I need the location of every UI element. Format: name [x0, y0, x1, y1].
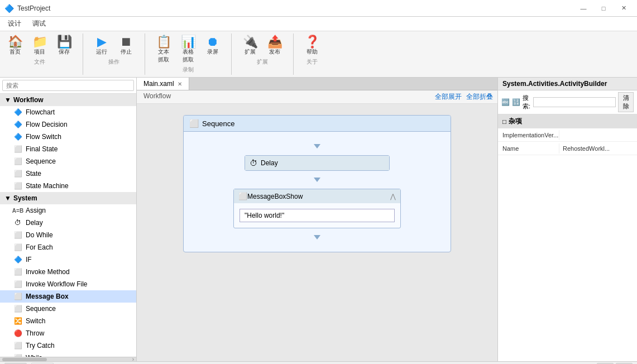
tab-main-xaml[interactable]: Main.xaml ✕: [137, 78, 189, 90]
tree-item-message-box[interactable]: ⬜ Message Box: [0, 290, 136, 303]
toolbar-text-capture-button[interactable]: 📋 文本抓取: [152, 33, 175, 66]
switch-label: Switch: [26, 317, 45, 325]
toolbar-project-button[interactable]: 📁 项目: [28, 33, 51, 58]
tree-item-state-machine[interactable]: ⬜ State Machine: [0, 180, 136, 192]
tree-item-invoke-method[interactable]: ⬜ Invoke Method: [0, 266, 136, 278]
canvas-toolbar: Workflow 全部展开 全部折叠: [137, 90, 497, 104]
tree-group-workflow[interactable]: ▼ Workflow: [0, 94, 136, 106]
tree-item-flow-switch[interactable]: 🔷 Flow Switch: [0, 131, 136, 143]
tree-item-if[interactable]: 🔷 IF: [0, 253, 136, 266]
toolbar-group-operate: ▶ 运行 ⏹ 停止 操作: [87, 31, 141, 77]
while-icon: ⬜: [13, 353, 22, 357]
final-state-icon: ⬜: [13, 145, 22, 154]
toolbar: 🏠 首页 📁 项目 💾 保存 文件 ▶ 运行: [0, 31, 637, 78]
expand-label: 扩展: [245, 48, 256, 56]
try-catch-icon: ⬜: [13, 341, 22, 350]
help-icon: ❓: [305, 36, 320, 48]
app-icon: 🔷: [4, 4, 14, 13]
tree-item-for-each[interactable]: ⬜ For Each: [0, 241, 136, 253]
tree-item-assign[interactable]: A=B Assign: [0, 204, 136, 217]
minimize-button[interactable]: —: [574, 3, 592, 14]
toolbar-group-about: ❓ 帮助 关于: [297, 31, 327, 77]
tree-item-sequence2[interactable]: ⬜ Sequence: [0, 303, 136, 315]
props-header: System.Activities.ActivityBuilder: [498, 78, 637, 90]
toolbar-table-capture-button[interactable]: 📊 表格抓取: [176, 33, 200, 66]
search-input[interactable]: [2, 80, 134, 91]
toolbar-publish-button[interactable]: 📤 发布: [263, 33, 286, 58]
state-machine-icon: ⬜: [13, 181, 22, 190]
toolbar-help-button[interactable]: ❓ 帮助: [300, 33, 324, 58]
msgbox-expand-icon[interactable]: ⋀: [390, 193, 396, 200]
props-sort-icon2[interactable]: 🔢: [512, 98, 520, 106]
horizontal-scrollbar[interactable]: ›: [0, 357, 136, 361]
tree-item-while[interactable]: ⬜ While: [0, 352, 136, 357]
tree-item-delay[interactable]: ⏱ Delay: [0, 217, 136, 229]
svg-marker-2: [314, 235, 320, 240]
stop-icon: ⏹: [120, 36, 132, 48]
for-each-icon: ⬜: [13, 243, 22, 252]
delay-activity[interactable]: ⏱ Delay: [245, 155, 390, 171]
name-val[interactable]: RehostedWorkl...: [559, 143, 637, 154]
tree-item-final-state[interactable]: ⬜ Final State: [0, 143, 136, 155]
tree-container: ▼ Workflow 🔷 Flowchart 🔷 Flow Decision 🔷…: [0, 94, 136, 357]
run-label: 运行: [96, 48, 107, 56]
drop-arrow-1: [312, 137, 323, 155]
tree-item-try-catch[interactable]: ⬜ Try Catch: [0, 339, 136, 352]
toolbar-stop-button[interactable]: ⏹ 停止: [114, 33, 138, 58]
impl-val[interactable]: [559, 133, 637, 137]
props-clear-button[interactable]: 清除: [618, 92, 634, 112]
toolbar-save-button[interactable]: 💾 保存: [52, 33, 76, 58]
about-group-label: 关于: [306, 58, 318, 67]
tree-item-state[interactable]: ⬜ State: [0, 167, 136, 180]
tab-bar: Main.xaml ✕: [137, 78, 497, 90]
props-sort-icon[interactable]: 🔤: [501, 98, 510, 106]
tree-item-throw[interactable]: 🔴 Throw: [0, 327, 136, 339]
menu-debug[interactable]: 调试: [27, 18, 51, 30]
publish-icon: 📤: [267, 36, 282, 48]
sequence-header-label: Sequence: [202, 119, 235, 128]
tab-close-button[interactable]: ✕: [178, 81, 182, 87]
messagebox-content: "Hello world!": [234, 203, 400, 228]
tree-item-invoke-workflow[interactable]: ⬜ Invoke Workflow File: [0, 278, 136, 290]
operate-group-label: 操作: [108, 58, 119, 67]
maximize-button[interactable]: □: [595, 3, 612, 14]
toolbar-expand-button[interactable]: 🔌 扩展: [238, 33, 262, 58]
canvas-area[interactable]: ⬜ Sequence ⏱ Delay: [137, 104, 497, 361]
bottom-bar: 项目 组件 变量 参数 导入 🖐 🔍 ⬜ ⬜: [0, 361, 637, 364]
home-label: 首页: [9, 48, 21, 56]
collapse-all-button[interactable]: 全部折叠: [466, 92, 493, 102]
expand-all-button[interactable]: 全部展开: [435, 92, 462, 102]
svg-marker-1: [314, 178, 320, 182]
run-icon: ▶: [97, 36, 107, 48]
props-search-input[interactable]: [533, 97, 616, 107]
flowchart-icon: 🔷: [13, 108, 22, 117]
delay-icon: ⏱: [13, 218, 22, 227]
toolbar-record-button[interactable]: ⏺ 录屏: [201, 33, 224, 66]
save-label: 保存: [59, 48, 70, 56]
text-capture-label: 文本抓取: [158, 48, 169, 64]
tree-item-flow-decision[interactable]: 🔷 Flow Decision: [0, 118, 136, 131]
toolbar-run-button[interactable]: ▶ 运行: [90, 33, 113, 58]
tree-item-flowchart[interactable]: 🔷 Flowchart: [0, 106, 136, 118]
toolbar-group-expand: 🔌 扩展 📤 发布 扩展: [235, 31, 290, 77]
do-while-icon: ⬜: [13, 231, 22, 240]
center-panel: Main.xaml ✕ Workflow 全部展开 全部折叠 ⬜ Sequenc…: [137, 78, 497, 361]
tree-item-sequence[interactable]: ⬜ Sequence: [0, 155, 136, 167]
messagebox-activity[interactable]: ⬜ MessageBoxShow ⋀ "Hello world!": [233, 189, 401, 228]
menu-design[interactable]: 设计: [2, 18, 27, 30]
tree-item-switch[interactable]: 🔀 Switch: [0, 315, 136, 327]
msgbox-input-display: "Hello world!": [240, 209, 395, 222]
sequence2-icon: ⬜: [13, 304, 22, 313]
toolbar-home-button[interactable]: 🏠 首页: [3, 33, 27, 58]
sequence-body: ⏱ Delay ⬜ MessageBoxShow: [184, 132, 451, 252]
for-each-label: For Each: [26, 243, 53, 251]
tree-item-do-while[interactable]: ⬜ Do While: [0, 229, 136, 241]
app-title: TestProject: [17, 4, 571, 12]
msgbox-header-label: MessageBoxShow: [247, 193, 390, 200]
flow-switch-icon: 🔷: [13, 132, 22, 141]
close-button[interactable]: ✕: [615, 3, 633, 14]
props-section-misc: □ 杂项: [498, 114, 637, 128]
system-collapse-icon: ▼: [4, 194, 11, 202]
state-machine-label: State Machine: [26, 182, 69, 190]
tree-group-system[interactable]: ▼ System: [0, 192, 136, 204]
